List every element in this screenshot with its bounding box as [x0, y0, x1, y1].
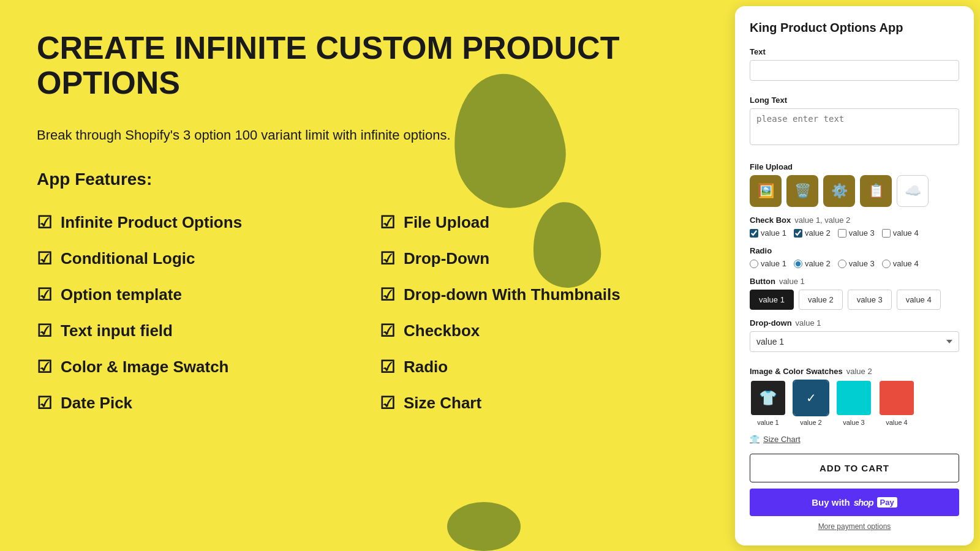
long-text-label: Long Text	[750, 96, 959, 105]
checkbox-input[interactable]	[838, 229, 846, 238]
swatch-item[interactable]: 👕 value 1	[750, 380, 786, 426]
pay-badge: Pay	[877, 497, 897, 508]
button-option[interactable]: value 4	[897, 290, 941, 310]
swatches-label: Image & Color Swatches value 2	[750, 367, 959, 376]
upload-btn-4[interactable]: 📋	[860, 175, 892, 207]
swatch-box: ✓	[793, 380, 829, 416]
checkbox-row: value 1 value 2 value 3 value 4	[750, 228, 959, 238]
more-payment-link[interactable]: More payment options	[750, 522, 959, 531]
radio-row: value 1 value 2 value 3 value 4	[750, 259, 959, 268]
checkbox-item[interactable]: value 4	[882, 228, 919, 238]
tshirt-icon: 👕	[751, 381, 785, 415]
blob-bottom	[447, 502, 521, 551]
check-icon: ☑	[380, 285, 395, 305]
swatch-item[interactable]: value 3	[835, 380, 872, 426]
feature-item: ☑Text input field	[37, 316, 355, 346]
upload-btn-2[interactable]: 🗑️	[786, 175, 818, 207]
radio-section: Radio value 1 value 2 value 3 value 4	[750, 246, 959, 268]
button-label: Button value 1	[750, 277, 959, 286]
feature-label: Date Pick	[61, 394, 132, 413]
check-icon: ☑	[380, 393, 395, 413]
radio-item[interactable]: value 3	[838, 259, 875, 268]
checkbox-item[interactable]: value 2	[794, 228, 831, 238]
file-upload-row: 🖼️ 🗑️ ⚙️ 📋 ☁️	[750, 175, 959, 207]
check-icon: ☑	[380, 357, 395, 377]
radio-item-label: value 1	[761, 259, 786, 268]
dropdown-section: Drop-down value 1 value 1value 2value 3v…	[750, 318, 959, 361]
swatch-label: value 2	[800, 419, 821, 426]
feature-item: ☑Option template	[37, 280, 355, 310]
radio-item[interactable]: value 4	[882, 259, 919, 268]
swatch-box: 👕	[750, 380, 786, 416]
feature-label: Color & Image Swatch	[61, 358, 229, 377]
size-chart-link[interactable]: 👕 Size Chart	[750, 435, 959, 444]
checkbox-item[interactable]: value 1	[750, 228, 786, 238]
feature-label: Option template	[61, 285, 182, 304]
file-upload-section: File Upload 🖼️ 🗑️ ⚙️ 📋 ☁️	[750, 162, 959, 207]
checkbox-input[interactable]	[750, 229, 758, 238]
feature-label: Size Chart	[404, 394, 481, 413]
main-title: CREATE INFINITE CUSTOM PRODUCT OPTIONS	[37, 31, 698, 100]
checkbox-input[interactable]	[794, 229, 802, 238]
feature-item: ☑Drop-down With Thumbnails	[380, 280, 698, 310]
check-icon: ☑	[380, 212, 395, 233]
radio-item[interactable]: value 1	[750, 259, 786, 268]
checkbox-item[interactable]: value 3	[838, 228, 875, 238]
swatch-label: value 4	[886, 419, 907, 426]
checkbox-item-label: value 4	[893, 228, 919, 238]
feature-label: Conditional Logic	[61, 249, 195, 268]
text-section: Text	[750, 47, 959, 89]
checkmark-icon: ✓	[794, 381, 828, 415]
checkbox-label: Check Box value 1, value 2	[750, 216, 959, 225]
check-icon: ☑	[37, 393, 52, 413]
feature-label: Text input field	[61, 321, 173, 340]
button-section: Button value 1 value 1value 2value 3valu…	[750, 277, 959, 310]
feature-item: ☑Conditional Logic	[37, 244, 355, 274]
upload-btn-3[interactable]: ⚙️	[823, 175, 855, 207]
feature-item: ☑Size Chart	[380, 388, 698, 418]
panel-title: King Product Options App	[750, 21, 959, 35]
check-icon: ☑	[380, 321, 395, 341]
checkbox-item-label: value 2	[805, 228, 831, 238]
upload-btn-5[interactable]: ☁️	[897, 175, 929, 207]
check-icon: ☑	[380, 249, 395, 269]
radio-input[interactable]	[794, 260, 802, 268]
shopify-pay-label: Buy with	[812, 497, 850, 508]
button-option[interactable]: value 3	[848, 290, 892, 310]
checkbox-item-label: value 1	[761, 228, 786, 238]
radio-input[interactable]	[882, 260, 891, 268]
swatch-item[interactable]: ✓ value 2	[793, 380, 829, 426]
radio-item-label: value 3	[849, 259, 875, 268]
right-panel: King Product Options App Text Long Text …	[735, 6, 974, 545]
swatches-row: 👕 value 1 ✓ value 2 value 3 value 4	[750, 380, 959, 426]
swatch-label: value 3	[843, 419, 864, 426]
swatch-box	[835, 380, 872, 416]
feature-item: ☑Color & Image Swatch	[37, 352, 355, 382]
checkbox-input[interactable]	[882, 229, 891, 238]
text-input[interactable]	[750, 60, 959, 81]
button-options-row: value 1value 2value 3value 4	[750, 290, 959, 310]
check-icon: ☑	[37, 321, 52, 341]
dropdown-select[interactable]: value 1value 2value 3value 4	[750, 331, 959, 352]
dropdown-label: Drop-down value 1	[750, 318, 959, 328]
add-to-cart-button[interactable]: ADD TO CART	[750, 454, 959, 482]
swatches-section: Image & Color Swatches value 2 👕 value 1…	[750, 367, 959, 426]
check-icon: ☑	[37, 285, 52, 305]
feature-label: Drop-down With Thumbnails	[404, 285, 620, 304]
radio-item[interactable]: value 2	[794, 259, 831, 268]
radio-input[interactable]	[750, 260, 758, 268]
upload-btn-1[interactable]: 🖼️	[750, 175, 782, 207]
text-label: Text	[750, 47, 959, 56]
subtitle: Break through Shopify's 3 option 100 var…	[37, 125, 466, 145]
button-option[interactable]: value 2	[799, 290, 843, 310]
feature-label: Radio	[404, 358, 448, 377]
feature-item: ☑Infinite Product Options	[37, 208, 355, 238]
radio-input[interactable]	[838, 260, 846, 268]
button-option[interactable]: value 1	[750, 290, 794, 310]
shopify-pay-button[interactable]: Buy with shop Pay	[750, 489, 959, 516]
checkbox-item-label: value 3	[849, 228, 875, 238]
swatch-item[interactable]: value 4	[878, 380, 915, 426]
long-text-input[interactable]	[750, 108, 959, 145]
checkbox-section: Check Box value 1, value 2 value 1 value…	[750, 216, 959, 238]
radio-label: Radio	[750, 246, 959, 255]
